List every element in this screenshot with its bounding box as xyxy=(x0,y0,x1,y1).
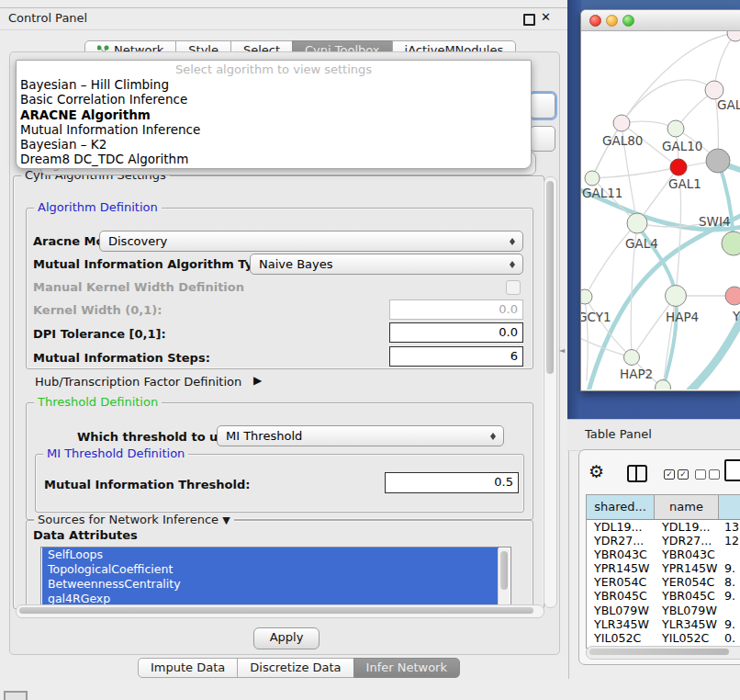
settings-gear-icon[interactable]: ⚙ xyxy=(589,461,604,481)
table-cell: 9. xyxy=(719,617,740,631)
bottom-tab-discretize-data[interactable]: Discretize Data xyxy=(237,658,353,678)
dpi-tolerance-label: DPI Tolerance [0,1]: xyxy=(33,327,166,341)
node-gcy1-label: GCY1 xyxy=(581,310,611,324)
control-panel-titlebar: Control Panel ✕ xyxy=(0,8,568,30)
attributes-scrollbar[interactable] xyxy=(498,548,510,607)
mi-threshold-field[interactable]: 0.5 xyxy=(385,472,519,493)
table-row-2[interactable]: YBR043CYBR043C xyxy=(587,548,740,561)
node-hap2[interactable] xyxy=(624,350,640,366)
which-threshold-combo[interactable]: MI Threshold xyxy=(217,425,504,446)
settings-horizontal-scrollbar[interactable] xyxy=(16,604,544,618)
node-gal-upper[interactable] xyxy=(705,81,723,99)
attribute-item-betweennesscentrality[interactable]: BetweennessCentrality xyxy=(42,577,499,592)
table-hscrollbar-thumb[interactable] xyxy=(589,649,729,655)
algorithm-option-bayesian-k2[interactable]: Bayesian – K2 xyxy=(17,137,531,152)
zoom-traffic-light[interactable] xyxy=(622,15,634,27)
network-graph-svg: GALGAL80GAL10GAL1GAL11SWI4GAL4GCY1HAP4YH… xyxy=(581,31,740,390)
dock-panel-icon[interactable] xyxy=(4,691,28,700)
table-horizontal-scrollbar[interactable] xyxy=(586,646,740,660)
edge-22[interactable] xyxy=(585,223,637,297)
select-all-checkbox-icon[interactable]: ✓ xyxy=(664,469,675,480)
manual-kernel-width-label: Manual Kernel Width Definition xyxy=(33,280,244,294)
settings-vertical-scrollbar[interactable] xyxy=(544,176,557,608)
aracne-mode-combo[interactable]: Discovery xyxy=(99,231,523,252)
bottom-tab-impute-data[interactable]: Impute Data xyxy=(138,658,238,678)
table-row-0[interactable]: YDL19...YDL19...13 xyxy=(587,520,740,534)
algorithm-option-dream8-dc-tdc-algorithm[interactable]: Dream8 DC_TDC Algorithm xyxy=(17,152,531,166)
edge-20[interactable] xyxy=(632,296,676,357)
table-cell: YLR345W xyxy=(587,617,655,631)
bottom-tab-infer-network[interactable]: Infer Network xyxy=(353,658,460,678)
table-cell: YDR27... xyxy=(655,534,719,548)
table-cell xyxy=(719,604,740,617)
attribute-item-topologicalcoefficient[interactable]: TopologicalCoefficient xyxy=(42,562,499,577)
node-right-green[interactable] xyxy=(722,231,740,255)
node-gal80[interactable] xyxy=(613,115,630,131)
mi-algorithm-type-combo[interactable]: Naive Bayes xyxy=(250,254,523,275)
node-hap4[interactable] xyxy=(666,286,687,307)
table-row-8[interactable]: YIL052CYIL052C0. xyxy=(587,631,740,645)
sources-collapse-icon[interactable]: ▼ xyxy=(222,514,230,526)
network-view-window: GALGAL80GAL10GAL1GAL11SWI4GAL4GCY1HAP4YH… xyxy=(580,9,740,391)
algorithm-option-mutual-information-inference[interactable]: Mutual Information Inference xyxy=(17,122,531,137)
table-row-7[interactable]: YLR345WYLR345W9. xyxy=(587,617,740,631)
split-columns-icon[interactable] xyxy=(627,465,647,482)
table-cell: 0. xyxy=(719,631,740,645)
network-canvas[interactable]: GALGAL80GAL10GAL1GAL11SWI4GAL4GCY1HAP4YH… xyxy=(581,31,740,390)
settings-scrollbar-thumb[interactable] xyxy=(546,181,554,374)
apply-button[interactable]: Apply xyxy=(253,627,320,649)
algorithm-popup-placeholder: Select algorithm to view settings xyxy=(17,62,531,77)
kernel-width-field[interactable]: 0.0 xyxy=(389,299,523,320)
algorithm-option-aracne-algorithm[interactable]: ARACNE Algorithm xyxy=(17,107,531,122)
mi-steps-field[interactable]: 6 xyxy=(389,346,523,367)
edge-27[interactable] xyxy=(676,187,681,296)
table-cell xyxy=(719,548,740,561)
table-cell: YPR145W xyxy=(587,561,655,575)
column-header-shared[interactable]: shared... xyxy=(587,495,655,519)
table-row-6[interactable]: YBL079WYBL079W xyxy=(587,604,740,617)
close-icon[interactable]: ✕ xyxy=(541,10,551,24)
node-gal4[interactable] xyxy=(627,213,647,233)
node-bottom[interactable] xyxy=(656,380,671,390)
table-cell: YBR043C xyxy=(655,548,719,561)
node-gal1[interactable] xyxy=(670,159,687,175)
panel-divider-collapse-icon[interactable]: ◄ xyxy=(559,346,565,355)
algorithm-definition-title: Algorithm Definition xyxy=(34,200,162,214)
manual-kernel-width-checkbox[interactable] xyxy=(506,280,521,295)
deselect-checkbox-icon[interactable] xyxy=(709,469,720,480)
table-row-1[interactable]: YDR27...YDR27...12 xyxy=(587,534,740,548)
select-all-checkbox-icon[interactable]: ✓ xyxy=(678,469,689,480)
edge-14[interactable] xyxy=(592,167,678,178)
algorithm-option-bayesian-hill-climbing[interactable]: Bayesian – Hill Climbing xyxy=(17,77,531,92)
node-top-right[interactable] xyxy=(727,31,740,41)
settings-hscrollbar-thumb[interactable] xyxy=(19,607,533,614)
hub-expand-icon[interactable]: ▶ xyxy=(253,374,262,387)
table-row-3[interactable]: YPR145WYPR145W9. xyxy=(587,561,740,575)
attribute-item-selfloops[interactable]: SelfLoops xyxy=(42,548,499,562)
attributes-scrollbar-thumb[interactable] xyxy=(500,551,508,590)
table-row-5[interactable]: YBR045CYBR045C9. xyxy=(587,589,740,603)
node-gal80-label: GAL80 xyxy=(602,133,643,148)
deselect-checkbox-icon[interactable] xyxy=(695,469,706,480)
table-cell: YBR045C xyxy=(655,589,719,603)
column-header-a[interactable]: A xyxy=(719,495,740,519)
node-gcy1[interactable] xyxy=(581,289,592,304)
data-attributes-list[interactable]: SelfLoopsTopologicalCoefficientBetweenne… xyxy=(40,547,511,610)
table-row-4[interactable]: YER054CYER054C8. xyxy=(587,575,740,589)
node-gal10[interactable] xyxy=(667,120,684,137)
algorithm-option-basic-correlation-inference[interactable]: Basic Correlation Inference xyxy=(17,92,531,107)
page-icon[interactable] xyxy=(724,459,740,481)
node-hap4-label: HAP4 xyxy=(666,310,699,324)
mi-steps-label: Mutual Information Steps: xyxy=(33,351,210,365)
node-large-gray[interactable] xyxy=(706,149,730,173)
table-cell: YPR145W xyxy=(655,561,719,575)
desktop-shadow-strip xyxy=(567,0,581,419)
minimize-traffic-light[interactable] xyxy=(606,15,618,27)
float-window-icon[interactable] xyxy=(523,14,535,26)
node-gal11[interactable] xyxy=(585,171,600,186)
dpi-tolerance-field[interactable]: 0.0 xyxy=(389,322,523,343)
close-traffic-light[interactable] xyxy=(589,15,601,27)
table-cell: YDL19... xyxy=(655,520,719,534)
node-pink-right[interactable] xyxy=(725,287,740,305)
column-header-name[interactable]: name xyxy=(655,495,719,519)
